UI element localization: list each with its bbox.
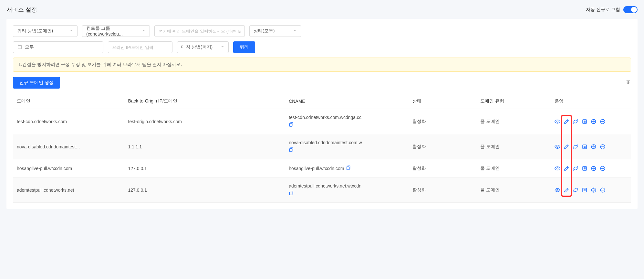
globe-icon[interactable] <box>591 144 597 150</box>
list-icon[interactable] <box>582 187 587 193</box>
domain-cell: nova-disabled.cdndomaintest.c... <box>17 144 81 149</box>
query-button[interactable]: 쿼리 <box>233 41 255 53</box>
copy-icon[interactable] <box>289 147 373 153</box>
matching-method-select[interactable]: 매칭 방법(퍼지) <box>177 41 229 53</box>
edit-icon[interactable] <box>564 144 569 150</box>
origin-input[interactable] <box>108 41 172 53</box>
globe-icon[interactable] <box>591 166 597 171</box>
list-icon[interactable] <box>582 119 587 124</box>
view-icon[interactable] <box>555 187 560 193</box>
th-type: 도메인 유형 <box>476 94 551 109</box>
alert-banner: 1.간섭을 방지하려면 구성 수정 및 보기를 위해 여러 브라우저 탭을 열지… <box>13 58 631 72</box>
download-icon[interactable] <box>625 80 631 86</box>
main-panel: 쿼리 방법(도메인) 컨트롤 그룹(cdnetworksclou... 상태(모… <box>6 19 638 209</box>
globe-icon[interactable] <box>591 187 597 193</box>
matching-method-value: 매칭 방법(퍼지) <box>181 44 213 50</box>
th-status: 상태 <box>409 94 477 109</box>
copy-icon[interactable] <box>289 190 373 197</box>
th-ops: 운영 <box>551 94 631 109</box>
origin-cell: 127.0.0.1 <box>124 159 285 177</box>
status-cell: 활성화 <box>409 177 477 203</box>
chevron-down-icon <box>292 28 297 34</box>
chevron-down-icon <box>220 44 225 50</box>
more-icon[interactable] <box>600 187 606 193</box>
cname-text: test-cdn.cdnetworks.com.wcdnga.cc <box>289 115 373 120</box>
calendar-icon <box>17 44 22 50</box>
status-cell: 활성화 <box>409 109 477 134</box>
edit-icon[interactable] <box>564 166 569 171</box>
cname-text: ademtestpull.cdnetworks.net.wtxcdn <box>289 183 373 188</box>
status-cell: 활성화 <box>409 134 477 159</box>
more-icon[interactable] <box>600 166 606 171</box>
view-icon[interactable] <box>555 144 560 150</box>
page-title: 서비스 설정 <box>6 6 37 14</box>
origin-cell: 1.1.1.1 <box>124 134 285 159</box>
th-cname: CNAME <box>285 94 409 109</box>
table-row: hosanglive-pull.wtxcdn.com127.0.0.1hosan… <box>13 159 631 177</box>
control-group-value: 컨트롤 그룹(cdnetworksclou... <box>86 26 140 37</box>
create-domain-button[interactable]: 신규 도메인 생성 <box>13 77 60 89</box>
query-method-select[interactable]: 쿼리 방법(도메인) <box>13 25 78 37</box>
chevron-down-icon <box>69 28 74 34</box>
th-origin: Back-to-Origin IP/도메인 <box>124 94 285 109</box>
origin-cell: 127.0.0.1 <box>124 177 285 203</box>
domain-cell: hosanglive-pull.wtxcdn.com <box>17 166 81 171</box>
type-cell: 풀 도메인 <box>476 134 551 159</box>
th-domain: 도메인 <box>13 94 124 109</box>
table-row: ademtestpull.cdnetworks.net127.0.0.1adem… <box>13 177 631 203</box>
list-icon[interactable] <box>582 166 587 171</box>
type-cell: 풀 도메인 <box>476 109 551 134</box>
query-domain-input[interactable] <box>154 25 245 37</box>
refresh-icon[interactable] <box>573 187 578 193</box>
date-range-select[interactable]: 모두 <box>13 41 103 53</box>
edit-icon[interactable] <box>564 187 569 193</box>
refresh-icon[interactable] <box>573 119 578 124</box>
cname-text: nova-disabled.cdndomaintest.com.w <box>289 140 373 145</box>
status-select[interactable]: 상태(모두) <box>249 25 301 37</box>
list-icon[interactable] <box>582 144 587 150</box>
status-value: 상태(모두) <box>254 28 275 34</box>
more-icon[interactable] <box>600 119 606 124</box>
type-cell: 풀 도메인 <box>476 159 551 177</box>
auto-refresh-control: 자동 신규로 고침 <box>586 6 638 13</box>
copy-icon[interactable] <box>346 165 351 171</box>
status-cell: 활성화 <box>409 159 477 177</box>
edit-icon[interactable] <box>564 119 569 124</box>
date-range-value: 모두 <box>25 44 34 50</box>
query-method-value: 쿼리 방법(도메인) <box>17 28 53 34</box>
view-icon[interactable] <box>555 166 560 171</box>
auto-refresh-toggle[interactable] <box>623 6 638 13</box>
view-icon[interactable] <box>555 119 560 124</box>
copy-icon[interactable] <box>289 122 373 128</box>
domain-cell: ademtestpull.cdnetworks.net <box>17 188 81 193</box>
refresh-icon[interactable] <box>573 144 578 150</box>
auto-refresh-label: 자동 신규로 고침 <box>586 7 620 13</box>
table-row: test-cdn.cdnetworks.comtest-origin.cdnet… <box>13 109 631 134</box>
domain-table: 도메인 Back-to-Origin IP/도메인 CNAME 상태 도메인 유… <box>13 94 631 203</box>
cname-text: hosanglive-pull.wtxcdn.com <box>289 166 344 171</box>
globe-icon[interactable] <box>591 119 597 124</box>
chevron-up-icon <box>141 28 146 34</box>
more-icon[interactable] <box>600 144 606 150</box>
type-cell: 풀 도메인 <box>476 177 551 203</box>
table-row: nova-disabled.cdndomaintest.c...1.1.1.1n… <box>13 134 631 159</box>
control-group-select[interactable]: 컨트롤 그룹(cdnetworksclou... <box>82 25 150 37</box>
refresh-icon[interactable] <box>573 166 578 171</box>
domain-cell: test-cdn.cdnetworks.com <box>17 119 81 124</box>
origin-cell: test-origin.cdnetworks.com <box>124 109 285 134</box>
